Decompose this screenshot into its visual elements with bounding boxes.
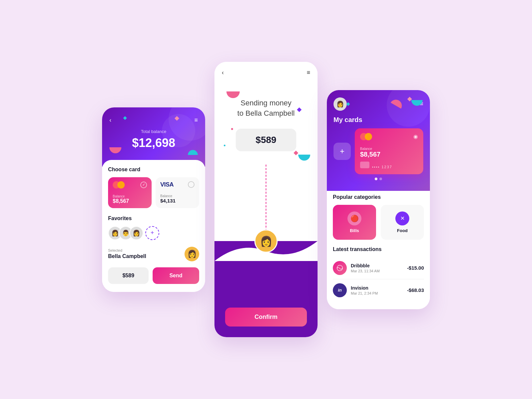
s3-balance-value: $8,567 [360, 151, 418, 158]
card1-balance-label: Balance [113, 195, 147, 198]
dot-2 [379, 178, 382, 180]
recipient-avatar: 👩 [254, 229, 278, 253]
wifi-icon: ◉ [413, 133, 418, 140]
dribbble-amount: -$15.00 [407, 265, 424, 271]
dot-1 [375, 178, 377, 180]
send-amount-box: $589 [236, 129, 296, 151]
latest-transactions-title: Latest transactions [333, 246, 424, 252]
mastercard-icon [113, 181, 125, 189]
back-icon[interactable]: ‹ [109, 117, 111, 124]
avatars-row: 👩 👨 👩 + [108, 226, 199, 240]
bills-icon-circle: 🔴 [347, 211, 361, 225]
pink-card[interactable]: ◉ Balance $8,567 •••• 1237 [355, 128, 423, 174]
deco-pink-arc [109, 147, 121, 153]
bills-icon: 🔴 [350, 214, 359, 222]
s3-balance-label: Balance [360, 147, 418, 151]
unselected-check [188, 181, 195, 188]
add-card-button[interactable]: + [333, 143, 351, 160]
deco-cyan-arc [188, 150, 198, 155]
selected-name: Bella Campbell [108, 253, 146, 259]
chip-icon [360, 162, 369, 168]
cards-row: ✓ Balance $8,567 VISA Balance $4,131 [108, 177, 199, 208]
s3-mc-right [365, 133, 372, 140]
avatar-3[interactable]: 👩 [129, 226, 143, 240]
s2-deco-dot-cyan [224, 145, 225, 146]
food-icon: ✕ [400, 215, 405, 221]
card-number: •••• 1237 [372, 165, 392, 169]
popular-categories-section: Popular categories 🔴 Bills ✕ Food [333, 194, 424, 240]
screen1-header: ‹ ≡ Total balance $12,698 [102, 107, 205, 167]
food-label: Food [397, 228, 408, 233]
s3-mastercard-icon [360, 133, 372, 140]
send-button[interactable]: Send [153, 267, 199, 284]
selected-section: Selected Bella Campbell 👩 [108, 247, 199, 261]
invision-name: Invision [351, 285, 403, 291]
invision-icon: in [333, 283, 347, 297]
dribbble-date: Mar 23, 11:34 AM [351, 269, 403, 273]
screen1-body: Choose card ✓ Balance $8,567 [102, 160, 205, 292]
food-category[interactable]: ✕ Food [381, 205, 424, 240]
card2-balance-label: Balance [160, 194, 195, 198]
bills-label: Bills [350, 228, 359, 233]
favorites-section: Favorites 👩 👨 👩 + [108, 215, 199, 240]
svg-point-0 [337, 265, 343, 271]
menu-icon-s2[interactable]: ≡ [307, 69, 310, 76]
transaction-dribbble: Dribbble Mar 23, 11:34 AM -$15.00 [333, 257, 424, 279]
screen2-footer: Confirm [214, 308, 318, 337]
categories-row: 🔴 Bills ✕ Food [333, 205, 424, 240]
card2-balance-value: $4,131 [160, 198, 195, 203]
invision-info: Invision Mar 21, 2:34 PM [351, 285, 403, 295]
s2-deco-cyan-arc [298, 155, 310, 161]
amount-button[interactable]: $589 [108, 267, 149, 284]
s2-deco-dot-pink [231, 128, 233, 130]
screen2-phone: ‹ ≡ Sending money to Bella Campbell $589 [214, 62, 318, 337]
mc-right-circle [117, 181, 125, 189]
screen2-bottom: 👩 [214, 241, 318, 308]
transactions-section: Latest transactions Dribbble Mar 23, 11:… [333, 246, 424, 301]
visa-card[interactable]: VISA Balance $4,131 [156, 177, 199, 208]
screen2-header: ‹ ≡ [214, 62, 318, 81]
card-dots [333, 178, 423, 180]
add-favorite-button[interactable]: + [145, 226, 159, 240]
screen3-phone: 👩 ≡ My cards + ◉ Balance $8,567 [327, 90, 430, 309]
user-avatar[interactable]: 👩 [333, 97, 347, 111]
bills-category[interactable]: 🔴 Bills [333, 205, 376, 240]
screen3-body: Popular categories 🔴 Bills ✕ Food [327, 188, 430, 309]
choose-card-title: Choose card [108, 167, 199, 173]
popular-categories-title: Popular categories [333, 194, 424, 200]
s2-deco-diamond-pink [294, 151, 298, 155]
transaction-invision: in Invision Mar 21, 2:34 PM -$68.03 [333, 279, 424, 301]
card1-balance-value: $8,567 [113, 198, 147, 204]
invision-date: Mar 21, 2:34 PM [351, 291, 403, 295]
confirm-button[interactable]: Confirm [225, 308, 307, 327]
food-icon-circle: ✕ [395, 211, 409, 225]
invision-amount: -$68.03 [407, 287, 424, 293]
dribbble-icon [333, 261, 347, 275]
s2-deco-pink-arc [226, 91, 240, 98]
selected-label: Selected [108, 248, 146, 252]
s2-deco-diamond [297, 107, 302, 112]
dashed-line [266, 165, 266, 234]
action-row: $589 Send [108, 267, 199, 284]
screen1-phone: ‹ ≡ Total balance $12,698 Choose card ✓ [102, 107, 205, 292]
selected-avatar: 👩 [185, 247, 199, 261]
s3-cards-row: + ◉ Balance $8,567 •••• 1237 [333, 128, 423, 174]
screen3-header: 👩 ≡ My cards + ◉ Balance $8,567 [327, 90, 430, 191]
screen2-body: Sending money to Bella Campbell $589 [214, 81, 318, 241]
selected-check: ✓ [140, 182, 147, 188]
sending-text: Sending money to Bella Campbell [237, 98, 295, 119]
visa-label: VISA [160, 181, 174, 188]
dribbble-name: Dribbble [351, 263, 403, 268]
dribbble-info: Dribbble Mar 23, 11:34 AM [351, 263, 403, 273]
favorites-title: Favorites [108, 215, 199, 221]
mastercard-card[interactable]: ✓ Balance $8,567 [108, 177, 152, 208]
back-icon-s2[interactable]: ‹ [222, 69, 224, 76]
